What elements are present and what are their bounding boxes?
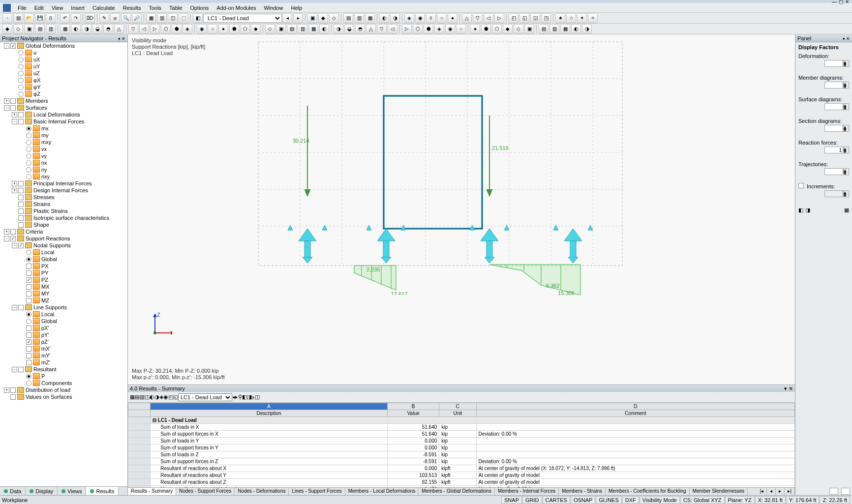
rtb-end-5[interactable]: ◧	[242, 394, 247, 400]
tb2-btn-1[interactable]: ◇	[13, 24, 23, 34]
minimize-button[interactable]: —	[832, 0, 837, 4]
tree-checkbox[interactable]	[26, 298, 31, 303]
tb2-btn-7[interactable]: ◑	[82, 24, 91, 34]
tree-item-12[interactable]: mx	[0, 125, 127, 132]
tb1-end-17[interactable]: ○	[437, 13, 447, 23]
tree-radio[interactable]	[26, 140, 31, 145]
results-tab-nav[interactable]: ◂	[767, 488, 776, 495]
tb1-btn-4[interactable]: ⎙	[46, 13, 56, 23]
nav-tab-views[interactable]: Views	[58, 487, 86, 495]
tb1-btn-7[interactable]: ↷	[71, 13, 81, 23]
tree-item-36[interactable]: MY	[0, 290, 127, 297]
menu-window[interactable]: Window	[260, 4, 287, 12]
rtb-btn-1[interactable]: ▤	[135, 394, 140, 400]
tree-checkbox[interactable]	[10, 387, 16, 393]
tree-expander[interactable]: -	[4, 105, 9, 111]
tree-item-28[interactable]: -Support Reactions	[0, 235, 127, 242]
tb1-btn-21[interactable]: ◧	[193, 13, 203, 23]
tree-item-15[interactable]: vx	[0, 146, 127, 152]
tree-checkbox[interactable]	[10, 105, 16, 111]
tree-checkbox[interactable]	[18, 222, 24, 228]
tb2-btn-34[interactable]: ◁	[388, 24, 397, 34]
menu-calculate[interactable]: Calculate	[89, 4, 119, 12]
tb2-btn-47[interactable]: ▤	[539, 24, 548, 34]
tree-item-22[interactable]: Stresses	[0, 194, 127, 201]
panel-btn-1[interactable]: ◧	[798, 207, 803, 213]
tb2-btn-35[interactable]: ▷	[402, 24, 412, 34]
rtb-btn-6[interactable]: ◑	[154, 394, 159, 400]
prestatus-btn-1[interactable]	[829, 488, 838, 495]
results-tab-6[interactable]: Members - Internal Forces	[495, 488, 559, 495]
tree-item-37[interactable]: MZ	[0, 297, 127, 304]
panel-pin-icon[interactable]: ▾	[843, 36, 845, 41]
rtb-btn-8[interactable]: ◈	[159, 394, 163, 400]
results-tab-0[interactable]: Results - Summary	[128, 488, 176, 495]
tree-radio[interactable]	[18, 91, 24, 97]
tb1-end-26[interactable]: ◱	[519, 13, 529, 23]
tb1-end-28[interactable]: ◳	[541, 13, 551, 23]
tb2-btn-29[interactable]: ◑	[334, 24, 343, 34]
tree-radio[interactable]	[18, 50, 24, 56]
tree-item-21[interactable]: +Design Internal Forces	[0, 187, 127, 194]
tb1-btn-6[interactable]: ↶	[60, 13, 70, 23]
tree-radio[interactable]	[18, 57, 24, 62]
factor-spinner-0[interactable]: ▴▾	[843, 60, 849, 67]
tb1-end-0[interactable]: ◂	[282, 13, 292, 23]
tb2-btn-39[interactable]: ◉	[445, 24, 455, 34]
tb1-end-8[interactable]: ▥	[354, 13, 364, 23]
tb2-btn-44[interactable]: ◆	[503, 24, 513, 34]
factor-input-0[interactable]	[824, 60, 843, 67]
tree-item-46[interactable]: mZ'	[0, 359, 127, 366]
tb2-btn-26[interactable]: ▥	[298, 24, 307, 34]
tree-expander[interactable]: -	[12, 367, 17, 372]
tb2-btn-51[interactable]: ◑	[582, 24, 592, 34]
tree-checkbox[interactable]	[10, 43, 16, 49]
tree-item-30[interactable]: Local	[0, 249, 127, 256]
tb1-end-31[interactable]: ☆	[566, 13, 576, 23]
tree-checkbox[interactable]	[18, 112, 24, 118]
tree-item-34[interactable]: PZ	[0, 276, 127, 283]
tree-radio[interactable]	[26, 126, 31, 131]
tb2-btn-28[interactable]: ◐	[319, 24, 329, 34]
tb2-btn-30[interactable]: ◒	[344, 24, 354, 34]
tree-radio[interactable]	[26, 153, 31, 159]
status-cell-1[interactable]: GRID	[522, 496, 542, 504]
tb2-btn-48[interactable]: ▥	[549, 24, 559, 34]
tb2-btn-11[interactable]: ▽	[128, 24, 138, 34]
prestatus-btn-2[interactable]	[841, 488, 850, 495]
tb2-btn-50[interactable]: ◐	[571, 24, 581, 34]
results-close-icon[interactable]: ✕	[789, 385, 793, 391]
tree-item-0[interactable]: -Global Deformations	[0, 42, 127, 49]
tb2-btn-21[interactable]: ⬠	[240, 24, 250, 34]
tree-item-17[interactable]: nx	[0, 159, 127, 166]
menu-file[interactable]: File	[14, 4, 30, 12]
tb2-btn-49[interactable]: ▦	[560, 24, 570, 34]
tb1-btn-12[interactable]: ⌀	[110, 13, 120, 23]
tb2-btn-25[interactable]: ▤	[287, 24, 297, 34]
tb1-btn-16[interactable]: ▦	[146, 13, 156, 23]
tb2-btn-20[interactable]: ⬟	[229, 24, 239, 34]
rtb-end-6[interactable]: ◨	[247, 394, 252, 400]
status-cell-10[interactable]: Y: 176.64 ft	[786, 496, 820, 504]
nav-pin-icon[interactable]: ▾	[118, 36, 121, 41]
tree-radio[interactable]	[18, 71, 24, 76]
viewport[interactable]: Visibility mode Support Reactions [kip],…	[128, 34, 795, 385]
status-cell-8[interactable]: Plane: YZ	[725, 496, 755, 504]
panel-btn-3[interactable]: ▦	[844, 207, 849, 213]
tree-radio[interactable]	[26, 374, 31, 379]
tb1-end-4[interactable]: ◆	[318, 13, 328, 23]
tb1-btn-0[interactable]: ▫	[2, 13, 12, 23]
factor-input-2[interactable]	[824, 103, 843, 110]
tree-item-16[interactable]: vy	[0, 152, 127, 159]
tb2-btn-27[interactable]: ▦	[308, 24, 318, 34]
tree-checkbox[interactable]	[26, 339, 31, 345]
tree-item-48[interactable]: P	[0, 373, 127, 380]
navigator-tree[interactable]: -Global DeformationsuuXuYuZφXφYφZ+Member…	[0, 42, 127, 486]
tree-item-3[interactable]: uY	[0, 63, 127, 70]
tree-item-7[interactable]: φZ	[0, 90, 127, 97]
tree-checkbox[interactable]	[18, 215, 24, 221]
rtb-end-9[interactable]: ◫	[255, 394, 260, 400]
menu-options[interactable]: Options	[186, 4, 213, 12]
tree-radio[interactable]	[18, 78, 24, 83]
tb1-btn-9[interactable]: ⌦	[85, 13, 95, 23]
